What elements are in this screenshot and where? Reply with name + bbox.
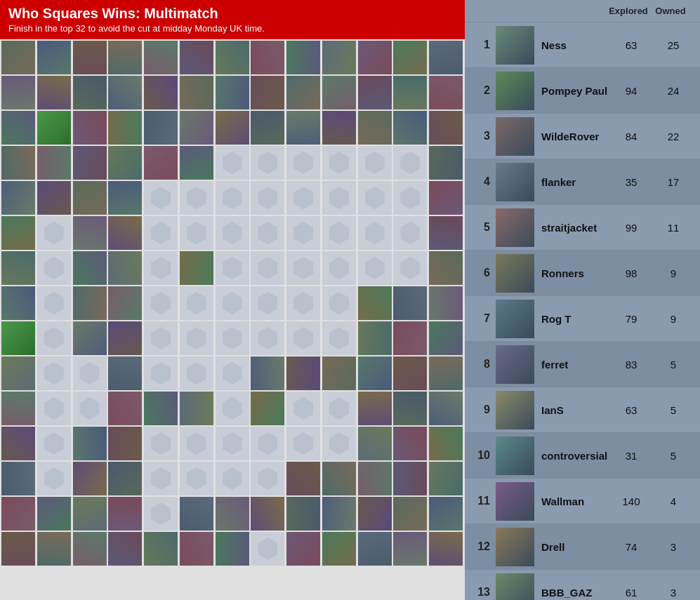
grid-cell[interactable] [73, 251, 107, 285]
grid-cell[interactable] [180, 286, 213, 320]
grid-cell[interactable] [216, 111, 249, 145]
leaderboard-row[interactable]: 12 Drell 74 3 [465, 524, 700, 570]
grid-cell[interactable] [429, 462, 463, 495]
grid-cell[interactable] [144, 356, 178, 390]
grid-cell[interactable] [73, 216, 107, 250]
grid-cell[interactable] [73, 532, 107, 566]
grid-cell[interactable] [251, 532, 284, 566]
grid-cell[interactable] [286, 392, 320, 425]
grid-cell[interactable] [144, 427, 178, 460]
grid-cell[interactable] [286, 532, 320, 566]
leaderboard-row[interactable]: 3 WildeRover 84 22 [465, 114, 700, 159]
grid-cell[interactable] [429, 286, 463, 320]
grid-cell[interactable] [216, 532, 249, 566]
grid-cell[interactable] [73, 497, 107, 531]
grid-cell[interactable] [393, 321, 427, 355]
grid-cell[interactable] [429, 181, 463, 215]
grid-cell[interactable] [37, 427, 71, 460]
grid-cell[interactable] [1, 41, 35, 74]
grid-cell[interactable] [216, 497, 249, 531]
grid-cell[interactable] [322, 497, 356, 531]
grid-cell[interactable] [251, 41, 284, 74]
grid-cell[interactable] [393, 251, 427, 285]
grid-cell[interactable] [180, 181, 213, 215]
leaderboard-row[interactable]: 4 flanker 35 17 [465, 159, 700, 205]
grid-cell[interactable] [251, 427, 284, 460]
grid-cell[interactable] [251, 392, 284, 425]
grid-cell[interactable] [108, 321, 142, 355]
leaderboard-row[interactable]: 6 Ronners 98 9 [465, 251, 700, 296]
grid-cell[interactable] [180, 497, 213, 531]
grid-cell[interactable] [37, 76, 71, 109]
grid-cell[interactable] [429, 251, 463, 285]
grid-cell[interactable] [216, 251, 249, 285]
grid-cell[interactable] [429, 216, 463, 250]
grid-cell[interactable] [37, 286, 71, 320]
grid-cell[interactable] [286, 462, 320, 495]
grid-cell[interactable] [144, 462, 178, 495]
grid-cell[interactable] [73, 392, 107, 425]
grid-cell[interactable] [358, 251, 392, 285]
grid-cell[interactable] [37, 146, 71, 180]
grid-cell[interactable] [358, 392, 392, 425]
grid-cell[interactable] [37, 497, 71, 531]
grid-cell[interactable] [393, 286, 427, 320]
grid-cell[interactable] [251, 181, 284, 215]
grid-cell[interactable] [1, 181, 35, 215]
grid-cell[interactable] [37, 41, 71, 74]
grid-cell[interactable] [1, 111, 35, 145]
grid-cell[interactable] [144, 251, 178, 285]
grid-cell[interactable] [393, 462, 427, 495]
grid-cell[interactable] [1, 462, 35, 495]
grid-cell[interactable] [37, 532, 71, 566]
grid-cell[interactable] [73, 76, 107, 109]
leaderboard-row[interactable]: 13 BBB_GAZ 61 3 [465, 570, 700, 600]
grid-cell[interactable] [108, 532, 142, 566]
grid-cell[interactable] [216, 76, 249, 109]
grid-cell[interactable] [180, 76, 213, 109]
grid-cell[interactable] [73, 427, 107, 460]
grid-cell[interactable] [73, 41, 107, 74]
grid-cell[interactable] [1, 251, 35, 285]
grid-cell[interactable] [251, 356, 284, 390]
grid-cell[interactable] [251, 321, 284, 355]
grid-cell[interactable] [358, 321, 392, 355]
grid-cell[interactable] [286, 321, 320, 355]
grid-cell[interactable] [1, 356, 35, 390]
grid-cell[interactable] [286, 356, 320, 390]
grid-cell[interactable] [358, 286, 392, 320]
grid-cell[interactable] [108, 111, 142, 145]
grid-cell[interactable] [108, 286, 142, 320]
grid-cell[interactable] [180, 216, 213, 250]
grid-cell[interactable] [108, 462, 142, 495]
grid-cell[interactable] [358, 111, 392, 145]
grid-cell[interactable] [322, 146, 356, 180]
grid-cell[interactable] [286, 146, 320, 180]
grid-cell[interactable] [286, 427, 320, 460]
grid-cell[interactable] [286, 181, 320, 215]
grid-cell[interactable] [322, 321, 356, 355]
grid-cell[interactable] [393, 111, 427, 145]
right-panel[interactable]: Explored Owned 1 Ness 63 25 2 Pompey Pau… [465, 0, 700, 600]
grid-cell[interactable] [358, 76, 392, 109]
leaderboard-row[interactable]: 11 Wallman 140 4 [465, 479, 700, 524]
grid-cell[interactable] [180, 392, 213, 425]
grid-cell[interactable] [108, 76, 142, 109]
grid-cell[interactable] [180, 146, 213, 180]
leaderboard-row[interactable]: 2 Pompey Paul 94 24 [465, 68, 700, 114]
grid-cell[interactable] [37, 251, 71, 285]
grid-cell[interactable] [1, 286, 35, 320]
grid-cell[interactable] [108, 216, 142, 250]
grid-cell[interactable] [322, 356, 356, 390]
grid-cell[interactable] [73, 111, 107, 145]
grid-cell[interactable] [358, 427, 392, 460]
grid-cell[interactable] [358, 181, 392, 215]
grid-cell[interactable] [429, 41, 463, 74]
leaderboard-row[interactable]: 10 controversial 31 5 [465, 433, 700, 479]
grid-cell[interactable] [108, 146, 142, 180]
grid-cell[interactable] [393, 356, 427, 390]
grid-cell[interactable] [286, 216, 320, 250]
grid-cell[interactable] [322, 532, 356, 566]
grid-cell[interactable] [144, 111, 178, 145]
grid-cell[interactable] [393, 146, 427, 180]
